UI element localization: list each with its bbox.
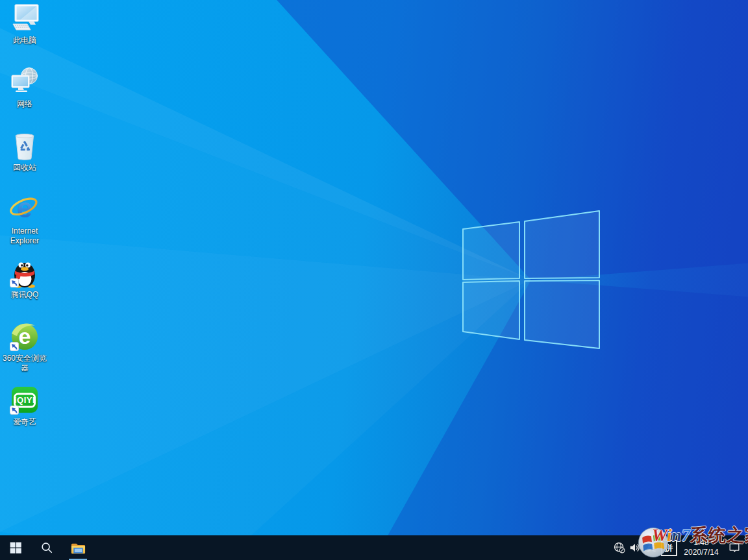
desktop-icon-recycle-bin[interactable]: 回收站 [1,130,48,193]
desktop-icon-column: 此电脑 网络 [1,3,48,448]
shortcut-arrow-icon [10,342,19,351]
icon-label: 器 [21,363,29,373]
desktop-icon-iqiyi[interactable]: iQIYI 爱奇艺 [1,384,48,448]
shortcut-arrow-icon [10,278,19,287]
icon-label: 爱奇艺 [13,417,36,427]
volume-button[interactable] [627,535,643,560]
svg-text:e: e [19,324,31,348]
this-pc-icon [9,3,40,34]
desktop-icon-360-browser[interactable]: e 360安全浏览 器 [1,321,48,384]
ime-pinyin-button[interactable]: 拼 [660,535,678,560]
taskbar-file-explorer-button[interactable] [62,535,94,560]
file-explorer-icon [70,540,86,556]
start-button[interactable] [0,535,31,560]
taskbar-clock[interactable]: 1:48 2020/7/14 [678,535,725,560]
ime-pinyin-label: 拼 [661,540,677,556]
system-tray: 英 拼 1:48 2020/7/14 [612,535,748,560]
speaker-icon [629,541,642,554]
icon-label: 腾讯QQ [11,290,39,300]
icon-label: Internet [12,226,38,236]
ime-language-label: 英 [647,542,656,554]
icon-label: 网络 [17,99,32,109]
internet-explorer-icon: e [9,193,40,225]
shortcut-arrow-icon [10,406,19,415]
icon-label: 回收站 [13,163,36,173]
desktop-wallpaper [0,0,748,560]
action-center-icon [728,541,741,554]
desktop-icon-internet-explorer[interactable]: e Internet Explorer [1,193,48,257]
desktop-icon-tencent-qq[interactable]: 腾讯QQ [1,257,48,321]
action-center-button[interactable] [725,535,744,560]
icon-label: 此电脑 [13,36,36,45]
taskbar-left-buttons [0,535,94,560]
icon-label: Explorer [10,236,40,246]
recycle-bin-icon [9,130,40,161]
taskbar-search-button[interactable] [31,535,62,560]
ime-language-button[interactable]: 英 [643,535,660,560]
clock-time: 1:48 [693,538,708,548]
network-icon [9,66,40,97]
desktop-icon-network[interactable]: 网络 [1,66,48,130]
desktop-icon-this-pc[interactable]: 此电脑 [1,3,48,66]
search-icon [40,541,53,554]
globe-no-internet-icon [613,541,626,554]
windows-start-icon [9,541,22,554]
taskbar: 英 拼 1:48 2020/7/14 [0,535,748,560]
network-status-button[interactable] [612,535,627,560]
svg-text:iQIYI: iQIYI [14,395,35,405]
clock-date: 2020/7/14 [684,548,718,557]
icon-label: 360安全浏览 [3,354,47,363]
